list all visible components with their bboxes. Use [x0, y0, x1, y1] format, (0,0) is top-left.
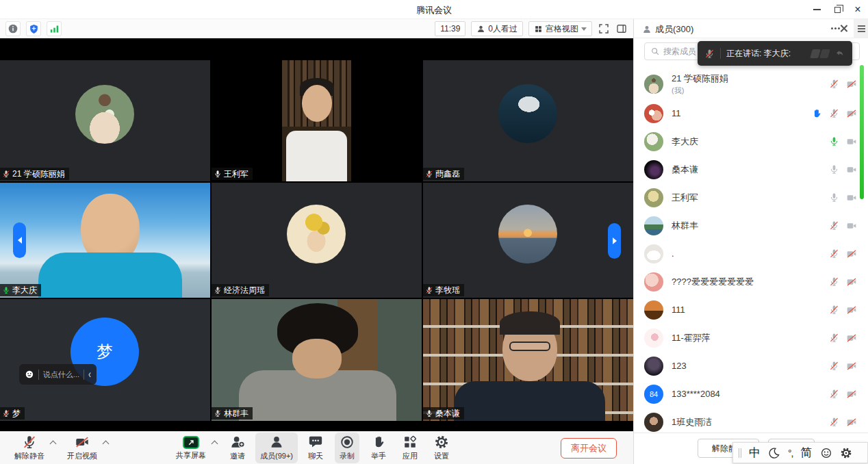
member-row[interactable]: 王利军 — [634, 183, 868, 211]
mic-speaking-icon[interactable] — [829, 136, 839, 146]
mic-icon[interactable] — [829, 164, 839, 175]
members-button[interactable]: 成员(99+) — [255, 433, 298, 463]
mic-muted-icon[interactable] — [829, 333, 839, 343]
ime-drag-handle[interactable] — [739, 448, 741, 458]
camera-off-icon[interactable] — [846, 276, 857, 287]
speaking-banner: 正在讲话: 李大庆: — [698, 41, 852, 66]
camera-off-icon[interactable] — [846, 417, 857, 428]
camera-on-icon[interactable] — [846, 220, 857, 231]
camera-off-icon[interactable] — [846, 248, 857, 259]
avatar — [644, 188, 663, 207]
minimize-button[interactable] — [806, 0, 827, 19]
member-row[interactable]: 84 133****2084 — [634, 380, 868, 408]
ime-punctuation-toggle[interactable]: °, — [788, 448, 793, 459]
raise-hand-button[interactable]: 举手 — [366, 433, 391, 463]
ime-charset-toggle[interactable]: 简 — [801, 445, 813, 461]
members-list: 21 学硕陈丽娟(我) 11 李大庆 桑本谦 — [634, 68, 868, 433]
panel-close-icon[interactable] — [839, 23, 850, 34]
camera-off-icon[interactable] — [846, 333, 857, 344]
video-options-chevron[interactable] — [103, 441, 110, 448]
mic-muted-icon[interactable] — [829, 248, 839, 259]
camera-on-icon[interactable] — [846, 164, 857, 175]
mic-muted-icon[interactable] — [829, 220, 839, 231]
video-tile[interactable]: 桑本谦 — [423, 299, 633, 421]
settings-button[interactable]: 设置 — [429, 433, 454, 463]
layout-toggle-icon[interactable] — [615, 23, 628, 35]
video-tile[interactable]: 林群丰 — [212, 299, 422, 421]
chat-button[interactable]: 聊天 — [303, 433, 328, 463]
video-placeholder — [282, 60, 351, 181]
video-grid: 21 学硕陈丽娟 王利军 蔄鑫磊 李大庆 经济法周瑶 — [0, 60, 633, 421]
viewers-button[interactable]: 0人看过 — [471, 21, 523, 36]
record-button[interactable]: 录制 — [335, 433, 359, 463]
mic-muted-icon[interactable] — [829, 79, 839, 89]
camera-off-icon[interactable] — [846, 305, 857, 315]
camera-on-icon[interactable] — [846, 192, 857, 203]
restore-button[interactable] — [827, 0, 847, 19]
emoji-icon[interactable] — [820, 447, 832, 459]
panel-scrollbar[interactable] — [860, 65, 864, 199]
member-row[interactable]: 21 学硕陈丽娟(我) — [634, 68, 868, 99]
member-row[interactable]: 11 — [634, 99, 868, 127]
member-row[interactable]: 1班史雨洁 — [634, 408, 868, 433]
banner-decoration-icon — [819, 49, 830, 58]
fullscreen-icon[interactable] — [598, 23, 610, 35]
mic-muted-icon[interactable] — [829, 389, 839, 399]
camera-off-icon[interactable] — [846, 79, 857, 90]
video-tile[interactable]: 经济法周瑶 — [212, 183, 422, 298]
network-signal-icon[interactable] — [47, 21, 62, 36]
member-row[interactable]: 111 — [634, 296, 868, 324]
moon-icon[interactable] — [768, 447, 780, 459]
video-tile[interactable]: 王利军 — [212, 60, 422, 181]
member-row[interactable]: ????爱爱爱爱爱爱爱 — [634, 268, 868, 296]
camera-off-icon[interactable] — [846, 389, 857, 400]
video-tile-active-speaker[interactable]: 李大庆 — [0, 183, 210, 298]
member-row[interactable]: 123 — [634, 352, 868, 380]
next-page-arrow[interactable] — [608, 223, 621, 259]
share-options-chevron[interactable] — [212, 441, 218, 448]
mic-muted-icon[interactable] — [829, 417, 839, 427]
more-options-icon[interactable] — [831, 27, 833, 29]
member-row[interactable]: . — [634, 240, 868, 268]
member-row[interactable]: 桑本谦 — [634, 155, 868, 183]
mic-muted-icon[interactable] — [829, 108, 839, 118]
member-row[interactable]: 李大庆 — [634, 127, 868, 155]
view-mode-dropdown[interactable]: 宫格视图 — [528, 21, 592, 36]
member-row[interactable]: 林群丰 — [634, 211, 868, 240]
apps-button[interactable]: 应用 — [398, 433, 422, 463]
video-tile[interactable]: 21 学硕陈丽娟 — [0, 60, 210, 181]
start-video-button[interactable]: 开启视频 — [62, 433, 102, 463]
quick-chat-bar[interactable]: 说点什么... ‹ — [19, 364, 97, 385]
camera-off-icon[interactable] — [846, 361, 857, 372]
chat-input-hint[interactable]: 说点什么... — [43, 370, 79, 380]
unmute-button[interactable]: 解除静音 — [10, 433, 49, 463]
emoji-icon[interactable] — [25, 370, 34, 379]
video-tile[interactable]: 李牧瑶 — [423, 183, 633, 298]
collapse-chevron-icon[interactable]: ‹ — [88, 368, 91, 381]
mic-muted-icon — [214, 286, 222, 294]
avatar — [644, 132, 663, 151]
video-tile[interactable]: 梦 说点什么... ‹ 梦 — [0, 299, 210, 421]
raised-hand-icon[interactable] — [811, 108, 822, 119]
mic-muted-icon[interactable] — [829, 361, 839, 371]
meeting-info-icon[interactable] — [5, 21, 21, 36]
mic-icon[interactable] — [829, 192, 839, 203]
mic-muted-icon[interactable] — [829, 305, 839, 315]
camera-on-icon[interactable] — [846, 136, 857, 147]
prev-page-arrow[interactable] — [13, 222, 26, 258]
mic-on-icon — [425, 409, 433, 417]
hamburger-menu-icon[interactable] — [854, 19, 868, 38]
gear-icon[interactable] — [840, 447, 852, 459]
video-tile[interactable]: 蔄鑫磊 — [423, 60, 633, 181]
ime-language-toggle[interactable]: 中 — [749, 445, 761, 461]
share-screen-button[interactable]: 共享屏幕 — [171, 434, 211, 463]
reply-arrow-icon[interactable] — [834, 48, 845, 59]
camera-off-icon[interactable] — [846, 108, 857, 119]
invite-button[interactable]: 邀请 — [225, 433, 250, 463]
security-shield-icon[interactable] — [26, 21, 41, 36]
mic-muted-icon[interactable] — [829, 276, 839, 287]
audio-options-chevron[interactable] — [50, 441, 57, 448]
close-button[interactable]: × — [847, 0, 868, 19]
member-row[interactable]: 11-霍羿萍 — [634, 324, 868, 352]
leave-meeting-button[interactable]: 离开会议 — [561, 438, 617, 459]
